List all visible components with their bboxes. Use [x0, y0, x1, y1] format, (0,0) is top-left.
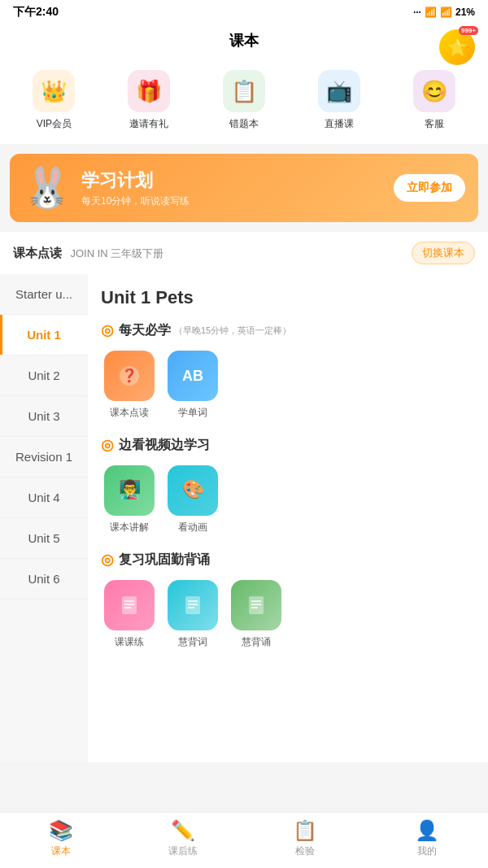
sidebar: Starter u... Unit 1 Unit 2 Unit 3 Revisi…	[0, 274, 88, 762]
learn-words-item[interactable]: AB 学单词	[168, 351, 218, 420]
wifi-icon: 📶	[425, 7, 437, 18]
practice-icon	[104, 580, 155, 630]
daily-section-note: （早晚15分钟，英语一定棒）	[174, 325, 291, 337]
banner-subtitle: 每天10分钟，听说读写练	[81, 194, 394, 208]
quick-access-grid: 👑 VIP会员 🎁 邀请有礼 📋 错题本 📺 直播课 😊 客服	[0, 60, 488, 144]
nav-practice-label: 课后练	[168, 844, 198, 858]
lecture-item[interactable]: 👨‍🏫 课本讲解	[104, 465, 155, 534]
animation-icon: 🎨	[168, 465, 218, 516]
section-title-group: 课本点读 JOIN IN 三年级下册	[13, 246, 163, 261]
svg-text:🎨: 🎨	[182, 478, 205, 500]
error-book-item[interactable]: 📋 错题本	[223, 70, 265, 131]
video-section-title: 边看视频边学习	[101, 436, 475, 454]
smart-recite-icon	[231, 580, 281, 630]
live-course-icon: 📺	[318, 70, 360, 112]
customer-service-icon: 😊	[413, 70, 455, 112]
lecture-icon: 👨‍🏫	[104, 465, 155, 516]
invite-item[interactable]: 🎁 邀请有礼	[128, 70, 170, 131]
customer-service-label: 客服	[425, 117, 444, 131]
smart-recite-item[interactable]: 慧背诵	[231, 580, 281, 649]
smart-words-item[interactable]: 慧背词	[168, 580, 218, 649]
sidebar-item-unit2[interactable]: Unit 2	[0, 355, 88, 396]
star-icon: ⭐	[447, 37, 468, 57]
practice-label: 课课练	[115, 635, 144, 649]
nav-exam-icon: 📋	[293, 819, 317, 842]
sidebar-item-revision1[interactable]: Revision 1	[0, 437, 88, 478]
invite-label: 邀请有礼	[129, 117, 168, 131]
page-header: 课本 ⭐ 999+	[0, 24, 488, 60]
mascot-icon: 🐰	[23, 165, 72, 211]
daily-activity-grid: ❓ 课本点读 AB 学单词	[101, 351, 475, 420]
nav-exam[interactable]: 📋 检验	[244, 819, 366, 858]
svg-rect-4	[122, 596, 137, 614]
live-course-label: 直播课	[325, 117, 354, 131]
main-layout: Starter u... Unit 1 Unit 2 Unit 3 Revisi…	[0, 274, 488, 762]
error-book-icon: 📋	[223, 70, 265, 112]
nav-exam-label: 检验	[295, 844, 315, 858]
nav-practice[interactable]: ✏️ 课后练	[122, 819, 244, 858]
sidebar-item-unit5[interactable]: Unit 5	[0, 518, 88, 559]
sidebar-item-unit3[interactable]: Unit 3	[0, 396, 88, 437]
banner-title: 学习计划	[81, 168, 394, 193]
nav-textbook-icon: 📚	[49, 819, 73, 842]
lecture-label: 课本讲解	[110, 521, 149, 534]
daily-section-title: 每天必学 （早晚15分钟，英语一定棒）	[101, 321, 475, 339]
vip-label: VIP会员	[37, 117, 72, 131]
svg-rect-12	[249, 596, 264, 614]
unit-title: Unit 1 Pets	[101, 287, 475, 308]
user-badge[interactable]: ⭐ 999+	[439, 29, 475, 65]
customer-service-item[interactable]: 😊 客服	[413, 70, 455, 131]
sidebar-item-unit6[interactable]: Unit 6	[0, 559, 88, 600]
textbook-read-icon: ❓	[104, 351, 155, 401]
battery-percent: 21%	[455, 7, 475, 18]
signal-dots: ···	[413, 7, 421, 18]
vip-icon: 👑	[33, 70, 75, 112]
switch-textbook-button[interactable]: 切换课本	[412, 242, 475, 264]
learn-words-label: 学单词	[178, 406, 207, 420]
live-course-item[interactable]: 📺 直播课	[318, 70, 360, 131]
smart-words-icon	[168, 580, 218, 630]
nav-mine-label: 我的	[417, 844, 437, 858]
nav-mine-icon: 👤	[415, 819, 439, 842]
video-activity-grid: 👨‍🏫 课本讲解 🎨 看动画	[101, 465, 475, 534]
nav-textbook-label: 课本	[51, 844, 71, 858]
bottom-navigation: 📚 课本 ✏️ 课后练 📋 检验 👤 我的	[0, 812, 488, 868]
review-section-title: 复习巩固勤背诵	[101, 551, 475, 569]
smart-words-label: 慧背词	[178, 635, 207, 649]
animation-item[interactable]: 🎨 看动画	[168, 465, 218, 534]
video-section: 边看视频边学习 👨‍🏫 课本讲解 🎨 看动画	[101, 436, 475, 534]
review-section: 复习巩固勤背诵 课课练 慧背词	[101, 551, 475, 649]
sidebar-item-starter[interactable]: Starter u...	[0, 274, 88, 315]
cellular-icon: 📶	[440, 7, 452, 18]
nav-textbook[interactable]: 📚 课本	[0, 819, 122, 858]
section-title: 课本点读	[13, 246, 62, 260]
page-title: 课本	[229, 33, 259, 49]
nav-practice-icon: ✏️	[171, 819, 195, 842]
nav-mine[interactable]: 👤 我的	[366, 819, 488, 858]
sidebar-item-unit1[interactable]: Unit 1	[0, 315, 88, 355]
join-now-button[interactable]: 立即参加	[394, 174, 465, 202]
animation-label: 看动画	[178, 521, 207, 534]
status-right: ··· 📶 📶 21%	[413, 7, 475, 18]
review-activity-grid: 课课练 慧背词 慧背诵	[101, 580, 475, 649]
sidebar-item-unit4[interactable]: Unit 4	[0, 478, 88, 518]
section-header: 课本点读 JOIN IN 三年级下册 切换课本	[0, 232, 488, 274]
study-plan-banner[interactable]: 🐰 学习计划 每天10分钟，听说读写练 立即参加	[10, 154, 478, 222]
learn-words-icon: AB	[168, 351, 218, 401]
invite-icon: 🎁	[128, 70, 170, 112]
textbook-read-label: 课本点读	[110, 406, 149, 420]
svg-text:❓: ❓	[121, 368, 137, 383]
content-area: Unit 1 Pets 每天必学 （早晚15分钟，英语一定棒） ❓ 课本点读 A…	[88, 274, 488, 762]
smart-recite-label: 慧背诵	[242, 635, 271, 649]
daily-section: 每天必学 （早晚15分钟，英语一定棒） ❓ 课本点读 AB 学单词	[101, 321, 475, 420]
textbook-read-item[interactable]: ❓ 课本点读	[104, 351, 155, 420]
svg-text:👨‍🏫: 👨‍🏫	[119, 478, 142, 500]
svg-rect-8	[185, 596, 200, 614]
practice-item[interactable]: 课课练	[104, 580, 155, 649]
badge-count: 999+	[459, 26, 478, 35]
banner-text: 学习计划 每天10分钟，听说读写练	[81, 168, 394, 208]
status-bar: 下午2:40 ··· 📶 📶 21%	[0, 0, 488, 24]
section-subtitle: JOIN IN 三年级下册	[70, 247, 163, 260]
vip-item[interactable]: 👑 VIP会员	[33, 70, 75, 131]
error-book-label: 错题本	[229, 117, 259, 131]
